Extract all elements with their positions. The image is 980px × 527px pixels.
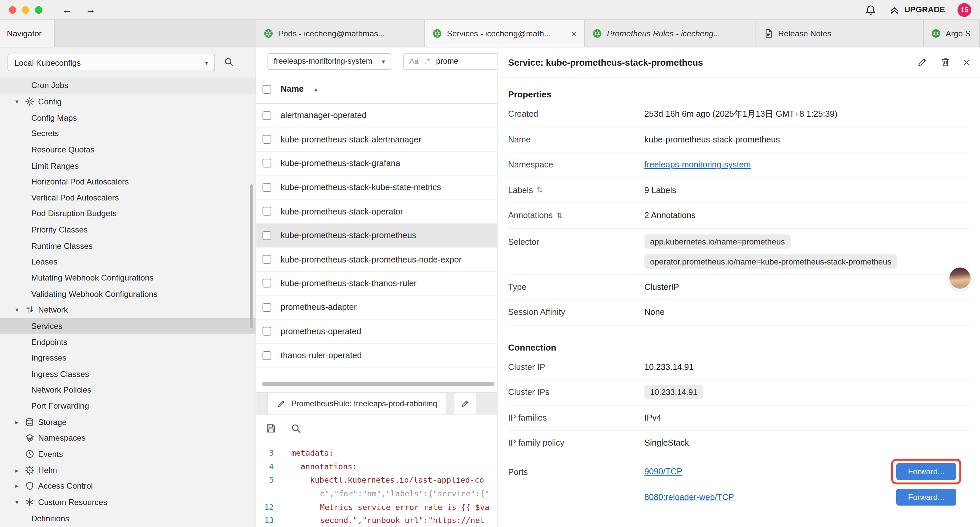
row-checkbox[interactable]	[262, 231, 271, 240]
notification-bell-icon[interactable]	[865, 4, 876, 15]
sidebar-item-priority-classes[interactable]: Priority Classes	[0, 222, 256, 238]
navigator-panel-tab[interactable]: Navigator	[0, 20, 55, 47]
name-column-header[interactable]: Name	[280, 84, 304, 94]
table-row[interactable]: kube-prometheus-stack-operator	[256, 200, 497, 224]
services-search-input[interactable]: Aa .* prome	[403, 53, 498, 70]
user-avatar[interactable]	[949, 267, 970, 289]
chevron-right-icon[interactable]	[12, 466, 21, 474]
sidebar-item-custom-resources[interactable]: Custom Resources	[0, 494, 256, 510]
table-row[interactable]: kube-prometheus-stack-kube-state-metrics	[256, 176, 497, 200]
table-row[interactable]: kube-prometheus-stack-grafana	[256, 152, 497, 176]
forward-button[interactable]	[86, 5, 96, 15]
sidebar-item-namespaces[interactable]: Namespaces	[0, 430, 256, 446]
tab-services[interactable]: Services - icecheng@math...	[425, 20, 585, 47]
table-row[interactable]: prometheus-operated	[256, 320, 497, 344]
row-checkbox[interactable]	[262, 183, 271, 192]
sidebar-item-network-policies[interactable]: Network Policies	[0, 382, 256, 398]
table-row[interactable]: kube-prometheus-stack-thanos-ruler	[256, 272, 497, 296]
row-checkbox[interactable]	[262, 159, 271, 168]
row-checkbox[interactable]	[262, 351, 271, 360]
row-checkbox[interactable]	[262, 207, 271, 216]
sidebar-item-definitions[interactable]: Definitions	[0, 510, 256, 526]
close-panel-icon[interactable]	[963, 56, 970, 68]
sidebar-item-secrets[interactable]: Secrets	[0, 126, 256, 142]
sidebar-item-horizontal-pod-autoscalers[interactable]: Horizontal Pod Autoscalers	[0, 174, 256, 190]
sidebar-item-services[interactable]: Services	[0, 318, 256, 334]
forward-port-button[interactable]: Forward...	[896, 488, 956, 505]
custom-resources-asterisk-icon	[25, 497, 34, 507]
sidebar-search-button[interactable]	[224, 57, 234, 69]
minimize-window-button[interactable]	[22, 6, 29, 13]
maximize-window-button[interactable]	[35, 6, 42, 13]
select-all-checkbox[interactable]	[262, 85, 271, 93]
row-checkbox[interactable]	[262, 279, 271, 288]
sidebar-item-mutating-webhook-configurations[interactable]: Mutating Webhook Configurations	[0, 270, 256, 286]
sidebar-item-pod-disruption-budgets[interactable]: Pod Disruption Budgets	[0, 206, 256, 222]
table-row-selected[interactable]: kube-prometheus-stack-prometheus	[256, 224, 497, 248]
sidebar-item-access-control[interactable]: Access Control	[0, 478, 256, 494]
tab-prometheus-rules[interactable]: Prometheus Rules - icecheng...	[585, 20, 756, 47]
editor-tab-prometheusrule[interactable]: PrometheusRule: freeleaps-prod-rabbitmq	[267, 393, 447, 415]
upgrade-button[interactable]: UPGRADE	[889, 4, 945, 15]
close-window-button[interactable]	[9, 6, 16, 13]
kubeconfig-select[interactable]: Local Kubeconfigs	[7, 54, 215, 71]
sidebar-item-network[interactable]: Network	[0, 302, 256, 318]
chevron-down-icon[interactable]	[12, 307, 21, 314]
row-checkbox[interactable]	[262, 327, 271, 336]
sidebar-item-resource-quotas[interactable]: Resource Quotas	[0, 142, 256, 158]
forward-port-button[interactable]: Forward...	[896, 463, 956, 480]
yaml-editor[interactable]: 3metadata: 4annotations: 5kubectl.kubern…	[256, 442, 497, 527]
table-row[interactable]: alertmanager-operated	[256, 104, 497, 128]
chevron-down-icon[interactable]	[12, 498, 21, 506]
table-row[interactable]: kube-prometheus-stack-prometheus-node-ex…	[256, 248, 497, 272]
sidebar-item-events[interactable]: Events	[0, 446, 256, 462]
port-link-9090[interactable]: 9090/TCP	[644, 466, 682, 476]
tab-release-notes[interactable]: Release Notes	[756, 20, 924, 47]
sidebar-item-cron-jobs[interactable]: Cron Jobs	[0, 77, 256, 93]
chevron-right-icon[interactable]	[12, 482, 21, 490]
sidebar-scrollbar[interactable]	[250, 185, 253, 328]
sidebar-item-storage[interactable]: Storage	[0, 414, 256, 430]
save-floppy-icon[interactable]	[266, 423, 276, 434]
namespace-link[interactable]: freeleaps-monitoring-system	[644, 160, 751, 169]
sidebar-item-vertical-pod-autoscalers[interactable]: Vertical Pod Autoscalers	[0, 190, 256, 206]
sidebar-item-limit-ranges[interactable]: Limit Ranges	[0, 158, 256, 174]
sidebar-item-port-forwarding[interactable]: Port Forwarding	[0, 398, 256, 414]
table-row[interactable]: thanos-ruler-operated	[256, 344, 497, 368]
expand-collapse-icon[interactable]	[556, 211, 563, 220]
namespace-select[interactable]: freeleaps-monitoring-system	[267, 53, 391, 70]
detail-row-labels: Labels 9 Labels	[508, 178, 970, 203]
sidebar-item-ingress-classes[interactable]: Ingress Classes	[0, 366, 256, 382]
match-case-toggle[interactable]: Aa	[409, 57, 418, 66]
table-row[interactable]: prometheus-adapter	[256, 296, 497, 320]
row-checkbox[interactable]	[262, 135, 271, 144]
table-row[interactable]: kube-prometheus-stack-alertmanager	[256, 128, 497, 152]
search-icon[interactable]	[291, 423, 301, 434]
sidebar-item-ingresses[interactable]: Ingresses	[0, 350, 256, 366]
row-checkbox[interactable]	[262, 111, 271, 120]
editor-tab-partial[interactable]	[454, 393, 476, 415]
regex-toggle[interactable]: .*	[425, 57, 430, 66]
edit-pencil-icon[interactable]	[917, 57, 928, 68]
port-link-8080[interactable]: 8080:reloader-web/TCP	[644, 492, 734, 502]
sidebar-item-config[interactable]: Config	[0, 93, 256, 110]
row-checkbox[interactable]	[262, 255, 271, 264]
tab-pods[interactable]: Pods - icecheng@mathmas...	[256, 20, 425, 47]
sidebar-item-helm[interactable]: Helm	[0, 462, 256, 478]
row-checkbox[interactable]	[262, 303, 271, 312]
chevron-right-icon[interactable]	[12, 419, 21, 426]
sidebar-item-runtime-classes[interactable]: Runtime Classes	[0, 238, 256, 254]
back-button[interactable]	[62, 5, 72, 15]
sidebar-item-endpoints[interactable]: Endpoints	[0, 334, 256, 350]
expand-collapse-icon[interactable]	[537, 186, 543, 194]
sort-ascending-icon[interactable]	[314, 86, 317, 93]
chevron-down-icon[interactable]	[12, 98, 21, 105]
sidebar-item-config-maps[interactable]: Config Maps	[0, 110, 256, 126]
horizontal-scrollbar[interactable]	[262, 382, 494, 386]
close-tab-icon[interactable]	[566, 28, 577, 39]
tab-argo[interactable]: Argo S	[924, 20, 980, 47]
sidebar-item-leases[interactable]: Leases	[0, 254, 256, 270]
notification-count-badge[interactable]: 15	[958, 3, 971, 16]
sidebar-item-validating-webhook-configurations[interactable]: Validating Webhook Configurations	[0, 286, 256, 302]
delete-trash-icon[interactable]	[940, 57, 951, 68]
